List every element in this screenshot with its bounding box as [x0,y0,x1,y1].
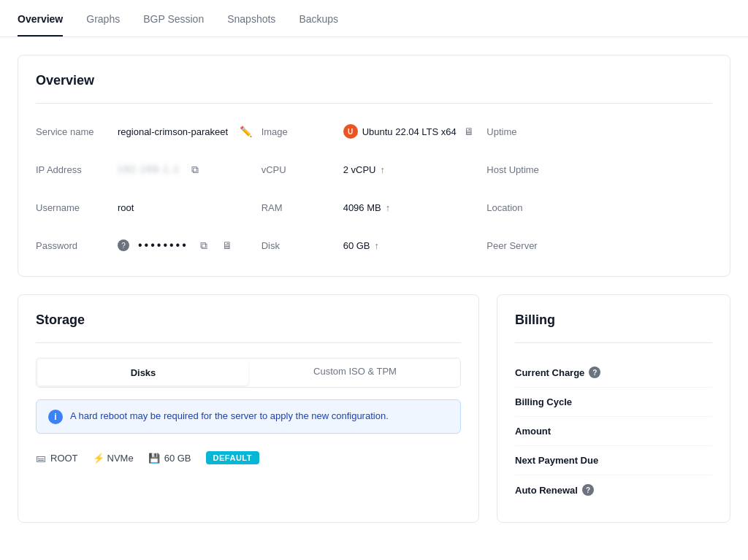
billing-current-charge-label: Current Charge ? [515,367,600,378]
copy-ip-icon[interactable]: ⧉ [188,162,202,177]
peer-server-label: Peer Server [486,240,560,251]
vcpu-row: vCPU 2 vCPU ↑ [262,156,487,183]
host-uptime-label: Host Uptime [486,164,560,175]
peer-server-row: Peer Server [486,232,712,258]
ubuntu-icon: U [343,124,358,139]
nav-tabs: Overview Graphs BGP Session Snapshots Ba… [0,0,748,37]
info-banner-icon: i [48,410,63,424]
vcpu-value: 2 vCPU ↑ [343,164,385,175]
disk-drive-icon: 🖴 [36,452,46,464]
copy-password-icon[interactable]: ⧉ [197,238,210,253]
billing-cycle-label: Billing Cycle [515,396,572,407]
service-name-row: Service name regional-crimson-parakeet ✏… [36,118,262,145]
info-banner-text: A hard reboot may be required for the se… [70,409,389,423]
billing-row-cycle: Billing Cycle [515,388,712,417]
billing-divider [515,342,712,343]
tab-graphs[interactable]: Graphs [86,0,120,37]
ip-address-label: IP Address [36,164,109,175]
image-value: U Ubuntu 22.04 LTS x64 🖥 [343,124,477,139]
edit-service-name-icon[interactable]: ✏️ [237,124,255,139]
auto-renewal-help-icon[interactable]: ? [582,484,594,496]
ip-address-row: IP Address 192.168.1.1 ⧉ [36,156,262,183]
overview-col-middle: Image U Ubuntu 22.04 LTS x64 🖥 vCPU 2 vC… [262,118,487,258]
tab-bgp-session[interactable]: BGP Session [143,0,204,37]
overview-col-left: Service name regional-crimson-parakeet ✏… [36,118,262,258]
disk-upgrade-icon[interactable]: ↑ [375,240,380,251]
billing-rows: Current Charge ? Billing Cycle Amount [515,358,712,505]
page-wrapper: Overview Graphs BGP Session Snapshots Ba… [0,0,748,560]
disk-row: Disk 60 GB ↑ [262,232,487,258]
vcpu-upgrade-icon[interactable]: ↑ [380,164,385,175]
location-label: Location [486,202,560,213]
image-row: Image U Ubuntu 22.04 LTS x64 🖥 [262,118,487,145]
billing-auto-renewal-label: Auto Renewal ? [515,484,594,496]
uptime-row: Uptime [486,118,712,145]
disk-size-label: 60 GB [164,453,191,464]
nvme-lightning-icon: ⚡ [93,453,104,464]
storage-title: Storage [36,312,461,328]
host-uptime-row: Host Uptime [486,156,712,183]
billing-row-amount: Amount [515,417,712,446]
service-name-label: Service name [36,126,109,137]
password-label: Password [36,240,109,251]
password-row: Password ? •••••••• ⧉ 🖥 [36,232,262,258]
ram-value: 4096 MB ↑ [343,202,391,213]
ram-row: RAM 4096 MB ↑ [262,194,487,220]
image-label: Image [262,126,335,137]
overview-card: Overview Service name regional-crimson-p… [18,55,730,277]
tab-overview[interactable]: Overview [18,0,63,37]
overview-col-right: Uptime Host Uptime Location Peer Server [486,118,712,258]
password-value: •••••••• [138,239,188,252]
tab-disks[interactable]: Disks [38,360,248,386]
ram-upgrade-icon[interactable]: ↑ [386,202,391,213]
billing-card: Billing Current Charge ? Billing Cycle [497,294,730,523]
tab-backups[interactable]: Backups [299,0,338,37]
username-row: Username root [36,194,262,220]
service-name-value: regional-crimson-parakeet [118,126,228,137]
uptime-label: Uptime [486,126,560,137]
disk-default-badge: DEFAULT [206,451,259,464]
overview-title: Overview [36,73,712,88]
billing-row-current-charge: Current Charge ? [515,358,712,388]
disk-label: Disk [262,240,335,251]
tab-custom-iso[interactable]: Custom ISO & TPM [250,358,460,387]
tab-snapshots[interactable]: Snapshots [227,0,275,37]
billing-next-payment-label: Next Payment Due [515,455,598,466]
disk-size-icon: 💾 [148,453,160,464]
password-help-icon[interactable]: ? [118,239,129,251]
disk-root-item: 🖴 ROOT [36,452,78,464]
disk-size-item: 💾 60 GB [148,453,191,464]
overview-divider [36,103,712,104]
show-password-icon[interactable]: 🖥 [219,238,235,253]
username-value: root [118,202,134,213]
main-content: Overview Service name regional-crimson-p… [0,37,748,540]
image-console-icon[interactable]: 🖥 [461,124,477,139]
disk-root-label: ROOT [50,453,78,464]
ram-label: RAM [262,202,335,213]
billing-row-next-payment: Next Payment Due [515,446,712,475]
billing-title: Billing [515,312,712,328]
storage-info-banner: i A hard reboot may be required for the … [36,399,461,434]
billing-row-auto-renewal: Auto Renewal ? [515,475,712,505]
overview-grid: Service name regional-crimson-parakeet ✏… [36,118,712,258]
disk-nvme-label: NVMe [107,453,134,464]
billing-amount-label: Amount [515,426,551,437]
location-row: Location [486,194,712,220]
current-charge-help-icon[interactable]: ? [589,367,600,378]
ip-address-value: 192.168.1.1 [118,164,180,174]
storage-divider [36,342,461,343]
bottom-section: Storage Disks Custom ISO & TPM i A hard … [18,294,730,523]
storage-tabs: Disks Custom ISO & TPM [36,358,461,388]
disk-detail-row: 🖴 ROOT ⚡ NVMe 💾 60 GB DEFAULT [36,445,461,470]
storage-card: Storage Disks Custom ISO & TPM i A hard … [18,294,479,523]
vcpu-label: vCPU [262,164,335,175]
disk-nvme-item: ⚡ NVMe [93,453,134,464]
username-label: Username [36,202,109,213]
disk-value: 60 GB ↑ [343,240,379,251]
